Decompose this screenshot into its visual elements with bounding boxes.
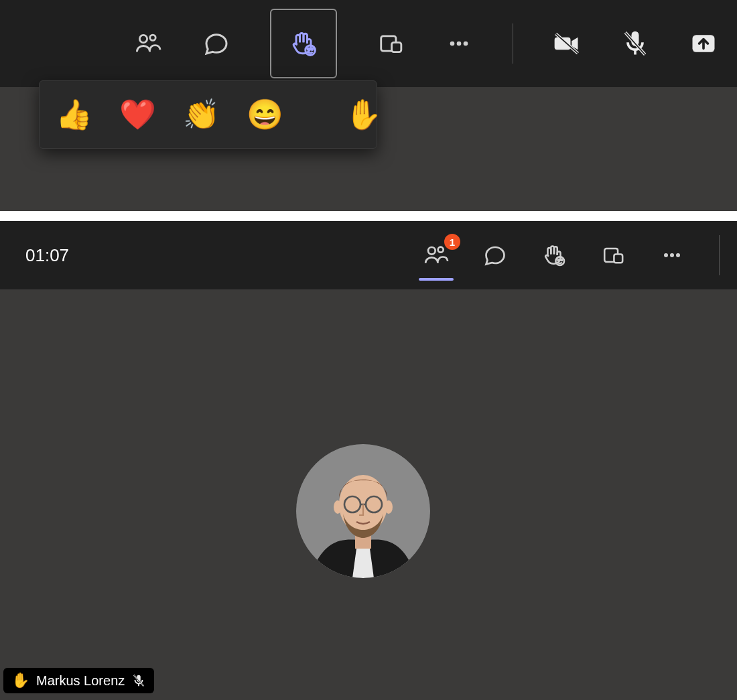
- participant-name-label: Markus Lorenz: [36, 673, 125, 689]
- react-button[interactable]: [289, 29, 318, 58]
- chat-icon: [483, 243, 507, 267]
- panel-divider: [0, 211, 737, 221]
- participant-name-plate: ✋ Markus Lorenz: [3, 668, 154, 693]
- people-badge: 1: [444, 234, 460, 250]
- more-button-2[interactable]: [657, 240, 687, 270]
- panel-top: 👍 ❤️ 👏 😄 ✋: [0, 0, 737, 211]
- people-icon: [134, 29, 162, 58]
- svg-point-4: [311, 48, 313, 50]
- svg-point-25: [670, 253, 674, 257]
- reaction-laugh[interactable]: 😄: [247, 97, 283, 132]
- more-icon: [660, 243, 684, 267]
- svg-rect-6: [391, 42, 401, 52]
- raised-hand-indicator-icon: ✋: [11, 672, 29, 689]
- mic-off-icon: [620, 29, 650, 58]
- more-button[interactable]: [444, 29, 474, 58]
- svg-point-20: [557, 259, 559, 261]
- people-button[interactable]: [133, 29, 163, 58]
- raise-hand-button[interactable]: ✋: [345, 97, 382, 132]
- meeting-toolbar-top: [0, 0, 737, 87]
- call-toolbar-divider: [719, 235, 720, 275]
- svg-rect-23: [614, 255, 622, 263]
- camera-off-icon: [552, 29, 582, 58]
- svg-point-32: [385, 500, 393, 514]
- svg-point-7: [450, 42, 454, 46]
- mic-toggle-button[interactable]: [620, 29, 650, 58]
- svg-point-9: [463, 42, 468, 46]
- reactions-popup: 👍 ❤️ 👏 😄 ✋: [39, 80, 377, 149]
- video-stage: ✋ Markus Lorenz: [0, 289, 737, 700]
- reaction-applause[interactable]: 👏: [183, 97, 220, 132]
- chat-icon: [203, 30, 230, 57]
- svg-point-24: [664, 253, 668, 257]
- react-button-2[interactable]: [539, 240, 569, 270]
- rooms-button-2[interactable]: [598, 240, 628, 270]
- svg-point-0: [139, 35, 147, 42]
- svg-point-26: [676, 253, 680, 257]
- svg-point-8: [456, 42, 461, 46]
- share-button[interactable]: [689, 29, 718, 58]
- toolbar-top-controls: [133, 9, 718, 78]
- call-duration: 01:07: [25, 245, 69, 266]
- call-toolbar-controls: 1: [421, 235, 720, 275]
- share-screen-icon: [689, 29, 718, 58]
- camera-toggle-button[interactable]: [552, 29, 582, 58]
- react-button-active-frame: [270, 9, 337, 78]
- more-icon: [446, 30, 472, 57]
- toolbar-divider: [513, 23, 513, 64]
- chat-button-2[interactable]: [480, 240, 510, 270]
- call-toolbar: 01:07 1: [0, 221, 737, 289]
- react-hand-icon: [289, 29, 318, 58]
- people-active-underline: [419, 278, 454, 281]
- svg-point-1: [149, 35, 155, 40]
- reaction-like[interactable]: 👍: [56, 97, 92, 132]
- svg-point-21: [561, 259, 562, 261]
- mic-off-icon: [131, 673, 146, 688]
- rooms-button[interactable]: [376, 29, 405, 58]
- participant-avatar: [296, 444, 430, 578]
- svg-point-31: [334, 500, 342, 514]
- svg-point-17: [428, 247, 436, 255]
- reaction-heart[interactable]: ❤️: [119, 97, 156, 132]
- panel-call: 01:07 1: [0, 221, 737, 700]
- rooms-icon: [602, 244, 624, 267]
- svg-point-3: [308, 48, 310, 50]
- people-button-2[interactable]: 1: [421, 240, 451, 270]
- react-hand-icon: [541, 242, 567, 268]
- svg-point-18: [438, 247, 444, 253]
- rooms-icon: [378, 31, 403, 56]
- chat-button[interactable]: [202, 29, 231, 58]
